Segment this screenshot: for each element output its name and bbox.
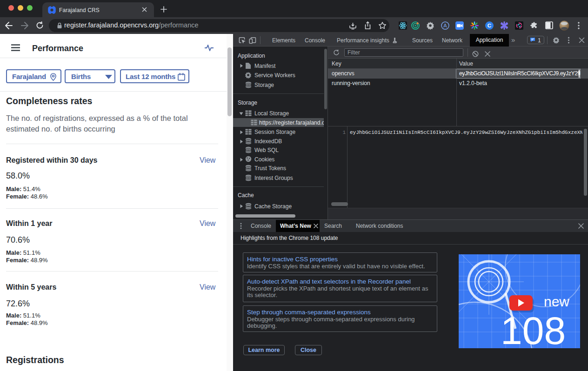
svg-text:108: 108 — [501, 309, 566, 348]
svg-text:new: new — [544, 294, 569, 309]
svg-text:C: C — [488, 23, 491, 28]
svg-text:A: A — [443, 23, 447, 28]
